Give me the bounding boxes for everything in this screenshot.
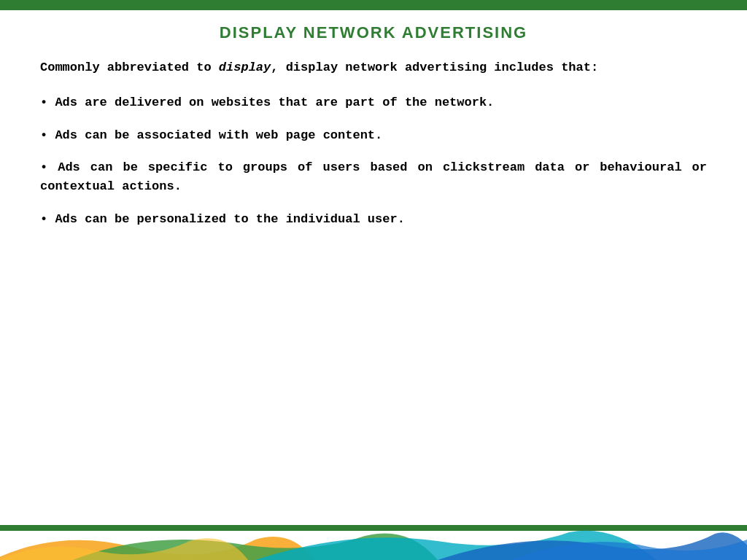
slide-title: DISPLAY NETWORK ADVERTISING [220, 23, 527, 42]
bullet-item-2: • Ads can be associated with web page co… [40, 126, 707, 145]
content-area: Commonly abbreviated to display, display… [40, 58, 707, 487]
bottom-footer [0, 520, 747, 560]
bullet-2-text: Ads can be associated with web page cont… [47, 128, 382, 142]
intro-text-before: Commonly abbreviated to [40, 61, 219, 74]
bullet-1-text: Ads are delivered on websites that are p… [47, 96, 494, 109]
bullet-item-4: • Ads can be personalized to the individ… [40, 210, 707, 229]
intro-text: Commonly abbreviated to display, display… [40, 58, 707, 77]
bullet-3-text: Ads can be specific to groups of users b… [40, 160, 707, 193]
bullet-item-3: • Ads can be specific to groups of users… [40, 158, 707, 197]
bullet-3-bullet: • [40, 160, 47, 174]
bullet-4-text: Ads can be personalized to the individua… [47, 212, 405, 226]
top-bar [0, 0, 747, 10]
footer-swirl [0, 525, 747, 560]
bullet-1-bullet: • [40, 96, 47, 109]
bullet-2-bullet: • [40, 128, 47, 142]
title-area: DISPLAY NETWORK ADVERTISING [0, 10, 747, 50]
intro-text-after: , display network advertising includes t… [271, 61, 598, 74]
bullet-4-bullet: • [40, 212, 47, 226]
intro-italic-word: display [219, 61, 271, 74]
bullet-item-1: • Ads are delivered on websites that are… [40, 93, 707, 112]
